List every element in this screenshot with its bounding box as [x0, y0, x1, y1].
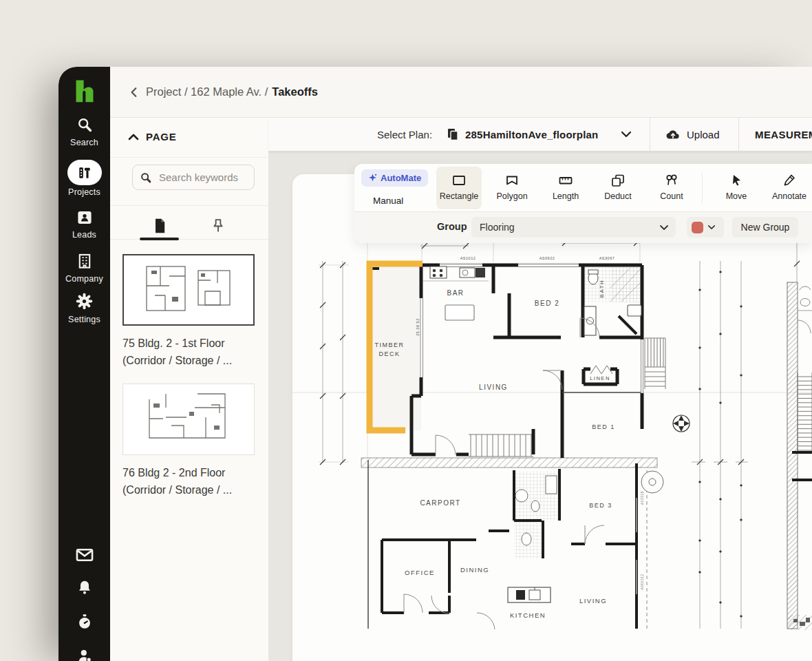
automate-toggle[interactable]: AutoMate — [361, 169, 428, 187]
settings-icon — [76, 293, 93, 310]
north-arrow — [673, 415, 690, 432]
group-select[interactable]: Flooring — [471, 217, 676, 238]
breadcrumb: Project / 162 Maple Av. / Takeoffs — [110, 67, 812, 117]
breadcrumb-current: Takeoffs — [272, 85, 318, 98]
drawing-canvas[interactable]: TIMBER DECK BAR BED 2 BATH LIVING LINEN … — [268, 151, 812, 661]
chevron-up-icon — [128, 133, 139, 141]
svg-text:BED 2: BED 2 — [535, 300, 559, 307]
canvas-area: Select Plan: 285HamiltonAve_floorplan Up… — [268, 118, 812, 661]
deduct-icon — [610, 174, 626, 187]
tab-pinned[interactable] — [209, 218, 228, 237]
upload-button[interactable]: Upload — [665, 118, 720, 151]
document-icon — [152, 218, 167, 234]
tool-move[interactable]: Move — [714, 167, 759, 209]
group-color-picker[interactable] — [687, 217, 724, 238]
plan-select-bar: Select Plan: 285HamiltonAve_floorplan Up… — [268, 118, 812, 151]
selected-plan-name[interactable]: 285HamiltonAve_floorplan — [465, 118, 598, 151]
sidebar-item-projects[interactable]: Projects — [58, 160, 110, 197]
svg-text:KITCHEN: KITCHEN — [510, 611, 546, 619]
divider — [702, 172, 703, 204]
plan-thumbnail-label[interactable]: 75 Bldg. 2 - 1st Floor (Corridor / Stora… — [122, 335, 260, 369]
pen-icon — [782, 174, 797, 187]
svg-text:TIMBER: TIMBER — [374, 342, 404, 348]
sidebar-item-label: Settings — [58, 315, 110, 324]
sidebar: Search Projects Leads Company Settings — [58, 67, 110, 661]
sidebar-item-search[interactable]: Search — [58, 116, 110, 147]
svg-text:AS0922: AS0922 — [539, 256, 555, 260]
sidebar-notifications-button[interactable] — [58, 579, 110, 598]
pushpin-icon — [211, 218, 225, 234]
tool-deduct[interactable]: Deduct — [595, 167, 641, 209]
mail-icon — [76, 547, 94, 563]
rectangle-icon — [451, 174, 467, 187]
divider — [110, 205, 268, 206]
tool-row: AutoMate Manual Rectangle Polygon — [354, 164, 812, 212]
cloud-upload-icon — [665, 128, 681, 140]
new-group-button[interactable]: New Group — [732, 217, 798, 238]
tool-count[interactable]: Count — [649, 167, 694, 209]
sparkle-icon — [368, 174, 377, 182]
content: PAGE — [110, 117, 812, 661]
svg-text:AS3067: AS3067 — [599, 256, 615, 260]
divider — [738, 118, 739, 151]
plan-thumbnail-selected[interactable] — [122, 254, 255, 326]
back-chevron-icon[interactable] — [129, 87, 139, 98]
keyword-search[interactable] — [132, 165, 255, 190]
automate-label: AutoMate — [381, 173, 421, 183]
leads-icon — [76, 210, 93, 225]
svg-text:25 08 52: 25 08 52 — [416, 318, 420, 335]
sidebar-item-company[interactable]: Company — [58, 253, 110, 284]
page-panel-tabs — [110, 218, 268, 240]
sidebar-item-leads[interactable]: Leads — [58, 210, 110, 240]
thumbnail-sketch — [124, 255, 253, 324]
takeoff-toolbar: AutoMate Manual Rectangle Polygon — [354, 164, 812, 243]
tool-rectangle[interactable]: Rectangle — [436, 167, 482, 209]
sidebar-mail-button[interactable] — [58, 547, 110, 565]
group-value: Flooring — [480, 222, 515, 233]
page-panel-header[interactable]: PAGE — [128, 131, 177, 143]
svg-text:AS1012: AS1012 — [460, 256, 476, 260]
svg-text:A03318: A03318 — [640, 491, 644, 505]
chevron-down-icon — [659, 224, 669, 231]
manual-toggle[interactable]: Manual — [373, 196, 403, 206]
app-window: Search Projects Leads Company Settings — [58, 67, 812, 661]
breadcrumb-path[interactable]: Project / 162 Maple Av. / — [146, 85, 268, 98]
svg-text:BATH: BATH — [599, 280, 605, 298]
svg-text:OFFICE: OFFICE — [405, 569, 435, 576]
plan-thumbnail[interactable] — [122, 384, 255, 455]
divider — [650, 118, 650, 151]
bell-icon — [76, 579, 93, 596]
pages-icon — [446, 118, 460, 151]
measurements-tab[interactable]: MEASUREM — [755, 118, 812, 151]
svg-text:LIVING: LIVING — [579, 597, 607, 605]
tool-annotate[interactable]: Annotate — [767, 167, 812, 209]
sidebar-timer-button[interactable] — [58, 613, 110, 633]
svg-text:LINEN: LINEN — [590, 375, 610, 381]
search-input[interactable] — [158, 171, 246, 184]
sidebar-item-label: Search — [58, 138, 110, 147]
sidebar-item-settings[interactable]: Settings — [58, 293, 110, 324]
search-icon — [140, 171, 152, 184]
plan-thumbnail-label[interactable]: 76 Bldg 2 - 2nd Floor (Corridor / Storag… — [122, 464, 260, 499]
sidebar-referral-button[interactable] — [58, 648, 110, 661]
sidebar-item-label: Projects — [58, 187, 110, 197]
upload-label: Upload — [687, 129, 720, 140]
search-icon — [76, 116, 93, 133]
projects-icon — [77, 165, 92, 180]
plan-chevron-down-icon[interactable] — [621, 118, 632, 151]
svg-text:CARPORT: CARPORT — [420, 499, 460, 507]
tab-pages[interactable] — [150, 218, 169, 237]
tool-length[interactable]: Length — [543, 167, 588, 209]
count-pins-icon — [664, 174, 679, 187]
page-panel-title: PAGE — [146, 131, 177, 143]
tool-polygon[interactable]: Polygon — [489, 167, 535, 209]
app-logo[interactable] — [58, 79, 110, 107]
logo-h-icon — [73, 79, 96, 104]
projects-pill — [67, 160, 102, 185]
sidebar-item-label: Company — [58, 274, 110, 284]
divider — [110, 157, 268, 158]
polygon-icon — [504, 174, 520, 187]
ruler-icon — [558, 174, 573, 187]
group-label: Group — [437, 221, 467, 232]
svg-text:LIVING: LIVING — [479, 384, 508, 391]
